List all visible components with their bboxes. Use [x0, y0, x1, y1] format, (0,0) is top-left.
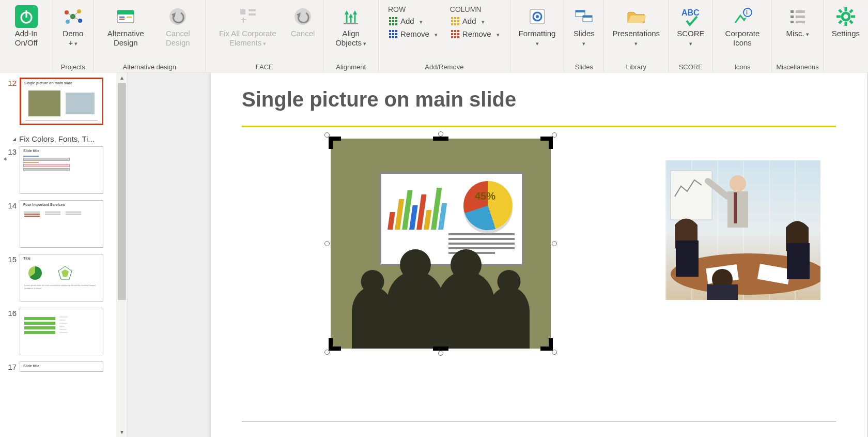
cancel-design-label: Cancel Design [159, 29, 197, 48]
corporate-icons-label: Corporate Icons [721, 29, 763, 48]
svg-rect-16 [127, 17, 132, 18]
svg-marker-25 [345, 10, 349, 14]
svg-rect-59 [671, 171, 712, 220]
selection-handle-right[interactable] [552, 241, 557, 246]
crop-handle-tr[interactable] [540, 137, 553, 149]
svg-line-53 [839, 10, 842, 12]
slide-thumbnail-12[interactable]: Single picture on main slide [20, 78, 103, 125]
scroll-up-button[interactable]: ▲ [116, 72, 128, 83]
align-objects-button[interactable]: Align Objects [328, 3, 374, 50]
column-column: COLUMN Add Remove [445, 3, 506, 40]
corporate-icons-icon: i [731, 5, 754, 28]
group-addin: Add-In On/Off [0, 0, 53, 72]
slide-thumbnail-13[interactable]: Slide title [20, 146, 103, 194]
col-title: COLUMN [450, 5, 482, 13]
row-title: ROW [388, 5, 406, 13]
selection-handle-tr[interactable] [552, 132, 557, 138]
chevron-down-icon [494, 29, 500, 38]
thumbnail-row: 15 Title Lorem ipsum dolor sit amet cons… [3, 254, 117, 302]
scroll-thumb[interactable] [118, 83, 126, 300]
svg-rect-15 [119, 19, 125, 20]
svg-rect-19 [240, 9, 245, 14]
selection-handle-tl[interactable] [324, 132, 330, 138]
selection-handle-left[interactable] [324, 241, 330, 246]
col-remove-button[interactable]: Remove [450, 27, 501, 40]
chevron-down-icon [479, 17, 485, 25]
power-icon [15, 5, 38, 28]
alignment-group-label: Alignment [336, 62, 366, 71]
dots-icon [451, 17, 459, 25]
selected-picture[interactable]: 45% [331, 139, 551, 349]
score-button[interactable]: ABC SCORE [673, 3, 708, 50]
addremove-group-label: Add/Remove [425, 62, 463, 71]
demo-button[interactable]: Demo + [57, 3, 89, 50]
svg-rect-20 [249, 9, 256, 11]
svg-point-33 [536, 15, 539, 18]
row-remove-button[interactable]: Remove [388, 27, 439, 40]
settings-label: Settings [832, 29, 860, 38]
thumbnail-row: 14 Four Important Services [3, 200, 117, 248]
selection-handle-bl[interactable] [324, 350, 330, 355]
slide-thumbnail-15[interactable]: Title Lorem ipsum dolor sit amet consect… [20, 254, 103, 302]
settings-button[interactable]: Settings [828, 3, 864, 40]
crop-handle-top[interactable] [433, 137, 448, 141]
section-header[interactable]: Fix Colors, Fonts, Ti... [3, 131, 117, 146]
slide-thumbnail-17[interactable]: Slide title [20, 361, 103, 372]
row-add-button[interactable]: Add [388, 14, 424, 27]
crop-handle-bl[interactable] [329, 338, 341, 351]
group-settings: Settings [824, 0, 868, 72]
scroll-down-button[interactable]: ▼ [116, 427, 128, 437]
svg-rect-13 [117, 10, 134, 14]
svg-rect-72 [707, 284, 738, 300]
alternative-design-button[interactable]: Alternative Design [98, 3, 153, 50]
selection-handle-bottom[interactable] [438, 351, 443, 356]
chevron-down-icon [432, 29, 438, 38]
slide-footer-line [242, 421, 836, 422]
svg-line-56 [839, 21, 842, 23]
row-column: ROW Add Remove [383, 3, 444, 40]
thumbnail-scrollbar[interactable]: ▲ ▼ [116, 72, 128, 437]
projects-group-label: Projects [61, 62, 85, 71]
formatting-icon [526, 5, 549, 28]
illustration-audience [336, 266, 546, 349]
thumbnail-row: 13 ✶ Slide title [3, 146, 117, 194]
misc-button[interactable]: Misc. [782, 3, 813, 40]
crop-handle-bottom[interactable] [433, 346, 448, 351]
presentations-label: Presentations [612, 29, 660, 48]
slides-label: Slides [572, 29, 595, 48]
selection-handle-br[interactable] [552, 350, 557, 355]
main-area: 12 Single picture on main slide Fix Colo… [0, 72, 868, 437]
gear-icon [834, 5, 857, 28]
abc-check-icon: ABC [679, 5, 702, 28]
chevron-down-icon [417, 17, 423, 25]
addin-onoff-button[interactable]: Add-In On/Off [4, 3, 49, 50]
col-add-button[interactable]: Add [450, 14, 486, 27]
slide-thumbnail-14[interactable]: Four Important Services [20, 200, 103, 248]
group-score: ABC SCORE SCORE [669, 0, 713, 72]
svg-rect-35 [576, 10, 585, 12]
dots-icon [389, 30, 397, 38]
formatting-button[interactable]: Formatting [515, 3, 560, 50]
slide[interactable]: Single picture on main slide [211, 72, 867, 437]
crop-handle-br[interactable] [540, 338, 553, 351]
misc-label: Misc. [786, 29, 809, 38]
presentations-button[interactable]: Presentations [608, 3, 664, 50]
demo-label: Demo + [61, 29, 85, 48]
slide-thumbnail-16[interactable]: ━━━━━━━━━━━━━━━━━━━━━━━━━━━━━━━━━━━━━━━━… [20, 308, 103, 355]
svg-point-60 [730, 175, 746, 192]
library-group-label: Library [626, 62, 646, 71]
selection-handle-top[interactable] [438, 131, 443, 137]
fix-corporate-button: Fix All Corporate Elements [210, 3, 285, 50]
slide-number: 15 [3, 254, 17, 264]
animation-star-icon: ✶ [3, 156, 17, 162]
thumbnail-row: 16 ━━━━━━━━━━━━━━━━━━━━━━━━━━━━━━━━━━━━━… [3, 308, 117, 355]
slides-button[interactable]: Slides [568, 3, 599, 50]
scroll-track[interactable] [116, 83, 128, 427]
slide-title[interactable]: Single picture on main slide [242, 88, 836, 111]
thumbnail-row: 12 Single picture on main slide [3, 78, 117, 125]
slide-canvas-area[interactable]: Single picture on main slide [128, 72, 868, 437]
crop-handle-tl[interactable] [329, 137, 341, 149]
group-formatting: Formatting [510, 0, 565, 72]
corporate-icons-button[interactable]: i Corporate Icons [717, 3, 767, 50]
picture-photo[interactable] [665, 160, 820, 300]
